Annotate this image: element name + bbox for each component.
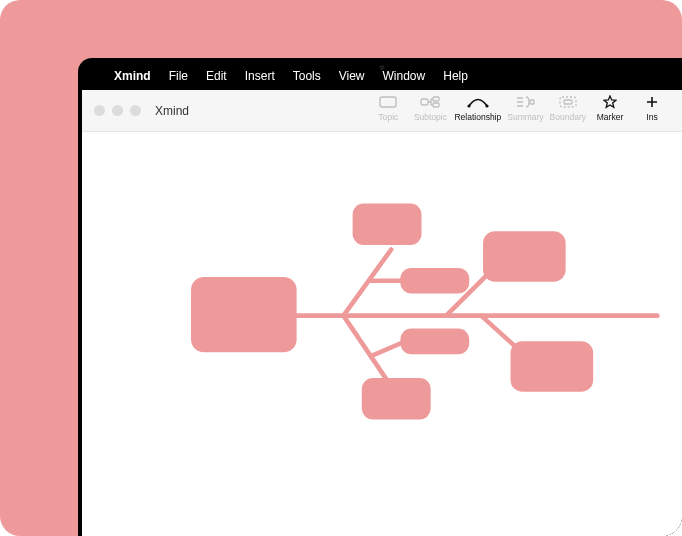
maximize-button[interactable]: [130, 105, 141, 116]
topic-icon: [379, 94, 397, 110]
menubar-window[interactable]: Window: [383, 69, 426, 83]
backdrop: Xmind File Edit Insert Tools View Window…: [0, 0, 682, 536]
mindmap-diagram: [82, 132, 682, 536]
marker-icon: [603, 94, 617, 110]
root-node[interactable]: [191, 277, 297, 352]
canvas[interactable]: [82, 132, 682, 536]
summary-icon: [515, 94, 535, 110]
svg-rect-2: [433, 97, 439, 101]
menubar-help[interactable]: Help: [443, 69, 468, 83]
menubar-file[interactable]: File: [169, 69, 188, 83]
tool-marker[interactable]: Marker: [592, 94, 628, 122]
svg-rect-6: [530, 100, 534, 104]
close-button[interactable]: [94, 105, 105, 116]
svg-rect-0: [380, 97, 396, 107]
node-bottom-right[interactable]: [511, 341, 594, 392]
tool-topic-label: Topic: [379, 112, 399, 122]
svg-rect-8: [564, 100, 572, 104]
tool-insert-label: Ins: [646, 112, 657, 122]
menubar-insert[interactable]: Insert: [245, 69, 275, 83]
titlebar: Xmind Topic: [82, 90, 682, 132]
node-upper-pill[interactable]: [400, 268, 469, 294]
svg-rect-7: [560, 97, 576, 107]
tool-insert[interactable]: Ins: [634, 94, 670, 122]
menubar-tools[interactable]: Tools: [293, 69, 321, 83]
app-window: Xmind Topic: [82, 90, 682, 536]
relationship-icon: [467, 94, 489, 110]
tool-relationship[interactable]: Relationship: [454, 94, 501, 122]
screen: Xmind File Edit Insert Tools View Window…: [82, 62, 682, 536]
tool-boundary[interactable]: Boundary: [550, 94, 586, 122]
boundary-icon: [559, 94, 577, 110]
minimize-button[interactable]: [112, 105, 123, 116]
tool-subtopic[interactable]: Subtopic: [412, 94, 448, 122]
menubar-app-name[interactable]: Xmind: [114, 69, 151, 83]
toolbar: Topic Subtopic: [370, 90, 670, 131]
tool-summary[interactable]: Summary: [507, 94, 543, 122]
node-bottom-small[interactable]: [362, 378, 431, 419]
svg-rect-1: [421, 99, 428, 105]
tool-relationship-label: Relationship: [454, 112, 501, 122]
node-top-small[interactable]: [353, 204, 422, 245]
window-title: Xmind: [155, 104, 189, 118]
node-top-right[interactable]: [483, 231, 566, 282]
menubar-view[interactable]: View: [339, 69, 365, 83]
traffic-lights: [94, 105, 141, 116]
svg-rect-3: [433, 103, 439, 107]
tool-subtopic-label: Subtopic: [414, 112, 447, 122]
svg-point-4: [467, 104, 470, 107]
tool-summary-label: Summary: [507, 112, 543, 122]
plus-icon: [645, 94, 659, 110]
menubar-edit[interactable]: Edit: [206, 69, 227, 83]
svg-point-5: [485, 104, 488, 107]
tool-topic[interactable]: Topic: [370, 94, 406, 122]
subtopic-icon: [420, 94, 440, 110]
laptop-frame: Xmind File Edit Insert Tools View Window…: [78, 58, 682, 536]
camera-notch: [380, 65, 385, 70]
node-lower-pill[interactable]: [400, 328, 469, 354]
tool-boundary-label: Boundary: [550, 112, 586, 122]
tool-marker-label: Marker: [597, 112, 623, 122]
